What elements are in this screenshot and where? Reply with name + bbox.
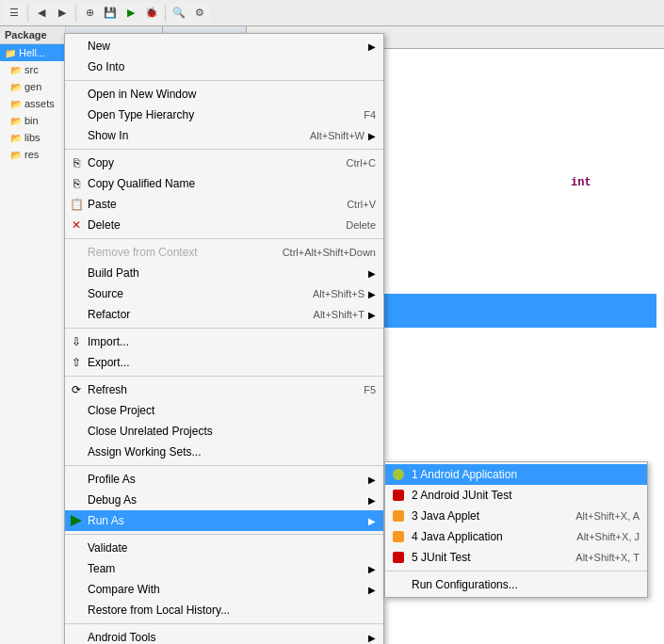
bin-icon: 📂	[9, 114, 23, 127]
android-circle-icon	[393, 469, 404, 480]
toolbar-sep-2	[75, 5, 76, 22]
toolbar-search-btn[interactable]: 🔍	[169, 3, 189, 24]
menu-item-debug-as[interactable]: Debug As ▶	[65, 490, 383, 510]
submenu-item-java-applet[interactable]: 3 Java Applet Alt+Shift+X, A	[385, 506, 647, 526]
source-arrow: ▶	[368, 289, 376, 299]
toolbar-settings-btn[interactable]: ⚙	[189, 3, 210, 24]
menu-item-profile-as[interactable]: Profile As ▶	[65, 469, 383, 490]
open-new-window-icon	[69, 87, 84, 102]
java-app-shortcut: Alt+Shift+X, J	[576, 531, 640, 542]
show-in-shortcut: Alt+Shift+W	[310, 130, 364, 141]
menu-item-build-path[interactable]: Build Path ▶	[65, 263, 383, 283]
refactor-icon	[69, 307, 84, 322]
menu-open-new-window-label: Open in New Window	[88, 88, 376, 101]
sidebar-src-label: src	[24, 64, 39, 75]
menu-item-delete[interactable]: ✕ Delete Delete	[65, 215, 383, 235]
copy-icon: ⎘	[69, 155, 84, 170]
menu-item-run-as[interactable]: Run As ▶	[65, 510, 383, 531]
toolbar-run-btn[interactable]: ▶	[121, 3, 141, 24]
menu-item-paste[interactable]: 📋 Paste Ctrl+V	[65, 194, 383, 215]
submenu-item-run-configurations[interactable]: Run Configurations...	[385, 574, 647, 595]
delete-icon: ✕	[69, 217, 84, 233]
submenu-item-android-junit[interactable]: 2 Android JUnit Test	[385, 485, 647, 506]
menu-item-close-project[interactable]: Close Project	[65, 400, 383, 421]
context-menu: New ▶ Go Into Open in New Window Open Ty…	[64, 33, 384, 644]
sidebar-item-res[interactable]: 📂 res	[0, 146, 65, 163]
sep-5	[65, 376, 383, 377]
toolbar-debug-btn[interactable]: 🐞	[141, 3, 162, 24]
menu-item-open-new-window[interactable]: Open in New Window	[65, 84, 383, 105]
run-triangle-icon	[71, 515, 82, 526]
debug-as-icon	[69, 492, 84, 507]
menu-copy-label: Copy	[88, 156, 328, 169]
menu-item-android-tools[interactable]: Android Tools ▶	[65, 627, 383, 644]
menu-new-label: New	[88, 40, 364, 53]
sep-3	[65, 238, 383, 239]
sidebar-gen-label: gen	[24, 81, 41, 92]
sidebar-item-project[interactable]: 📁 Hell...	[0, 44, 65, 61]
menu-run-as-label: Run As	[88, 514, 364, 527]
menu-item-show-in[interactable]: Show In Alt+Shift+W ▶	[65, 125, 383, 146]
sidebar-item-assets[interactable]: 📂 assets	[0, 95, 65, 112]
submenu-item-junit-test[interactable]: 5 JUnit Test Alt+Shift+X, T	[385, 547, 647, 568]
menu-item-assign-working-sets[interactable]: Assign Working Sets...	[65, 442, 383, 462]
java-applet-shortcut: Alt+Shift+X, A	[575, 510, 640, 522]
menu-item-remove-context[interactable]: Remove from Context Ctrl+Alt+Shift+Down	[65, 242, 383, 263]
menu-item-goto[interactable]: Go Into	[65, 56, 383, 77]
java-box-icon-1	[393, 510, 404, 522]
close-project-icon	[69, 403, 84, 418]
menu-remove-context-label: Remove from Context	[88, 246, 264, 259]
copy-shortcut: Ctrl+C	[347, 157, 376, 169]
gen-icon: 📂	[9, 80, 23, 93]
toolbar-back-btn[interactable]: ◀	[31, 3, 52, 24]
remove-context-shortcut: Ctrl+Alt+Shift+Down	[283, 247, 376, 258]
menu-item-copy-qualified[interactable]: ⎘ Copy Qualified Name	[65, 173, 383, 194]
sep-1	[65, 80, 383, 81]
show-in-arrow: ▶	[368, 131, 376, 141]
menu-item-export[interactable]: ⇧ Export...	[65, 352, 383, 373]
sep-4	[65, 328, 383, 329]
toolbar-fwd-btn[interactable]: ▶	[52, 3, 73, 24]
menu-assign-ws-label: Assign Working Sets...	[88, 445, 376, 459]
menu-item-copy[interactable]: ⎘ Copy Ctrl+C	[65, 153, 383, 173]
menu-item-source[interactable]: Source Alt+Shift+S ▶	[65, 283, 383, 304]
menu-refresh-label: Refresh	[88, 383, 345, 396]
sep-8	[65, 623, 383, 624]
menu-item-import[interactable]: ⇩ Import...	[65, 331, 383, 352]
java-box-icon-2	[393, 531, 404, 542]
sidebar-item-src[interactable]: 📂 src	[0, 61, 65, 78]
sidebar-item-libs[interactable]: 📂 libs	[0, 129, 65, 146]
sidebar-item-bin[interactable]: 📂 bin	[0, 112, 65, 129]
menu-item-close-unrelated[interactable]: Close Unrelated Projects	[65, 421, 383, 442]
new-icon	[69, 39, 84, 54]
menu-item-validate[interactable]: Validate	[65, 538, 383, 558]
android-junit-icon	[391, 488, 406, 503]
menu-item-compare-with[interactable]: Compare With ▶	[65, 579, 383, 600]
submenu-item-java-app[interactable]: 4 Java Application Alt+Shift+X, J	[385, 526, 647, 547]
debug-as-arrow: ▶	[368, 495, 376, 506]
sidebar-libs-label: libs	[24, 132, 40, 143]
int-annotation: int	[571, 176, 591, 189]
menu-refactor-label: Refactor	[88, 308, 295, 321]
menu-item-restore-local[interactable]: Restore from Local History...	[65, 600, 383, 620]
menu-team-label: Team	[88, 562, 364, 575]
sidebar-bin-label: bin	[24, 115, 39, 126]
sidebar: Package 📁 Hell... 📂 src 📂 gen 📂 assets 📂…	[0, 26, 66, 644]
show-in-icon	[69, 128, 84, 143]
menu-validate-label: Validate	[88, 541, 376, 555]
sidebar-project-label: Hell...	[19, 47, 45, 58]
close-unrelated-icon	[69, 424, 84, 439]
menu-item-open-type-hierarchy[interactable]: Open Type Hierarchy F4	[65, 105, 383, 125]
submenu-java-app-label: 4 Java Application	[412, 530, 558, 543]
submenu-item-android-app[interactable]: 1 Android Application	[385, 464, 647, 485]
menu-copy-qualified-label: Copy Qualified Name	[88, 177, 376, 190]
toolbar-menu-btn[interactable]: ☰	[4, 3, 24, 24]
menu-item-team[interactable]: Team ▶	[65, 558, 383, 579]
toolbar-new-btn[interactable]: ⊕	[79, 3, 100, 24]
compare-with-arrow: ▶	[368, 585, 376, 595]
menu-item-refactor[interactable]: Refactor Alt+Shift+T ▶	[65, 304, 383, 325]
toolbar-save-btn[interactable]: 💾	[100, 3, 121, 24]
menu-item-new[interactable]: New ▶	[65, 36, 383, 56]
menu-item-refresh[interactable]: ⟳ Refresh F5	[65, 379, 383, 400]
sidebar-item-gen[interactable]: 📂 gen	[0, 78, 65, 95]
